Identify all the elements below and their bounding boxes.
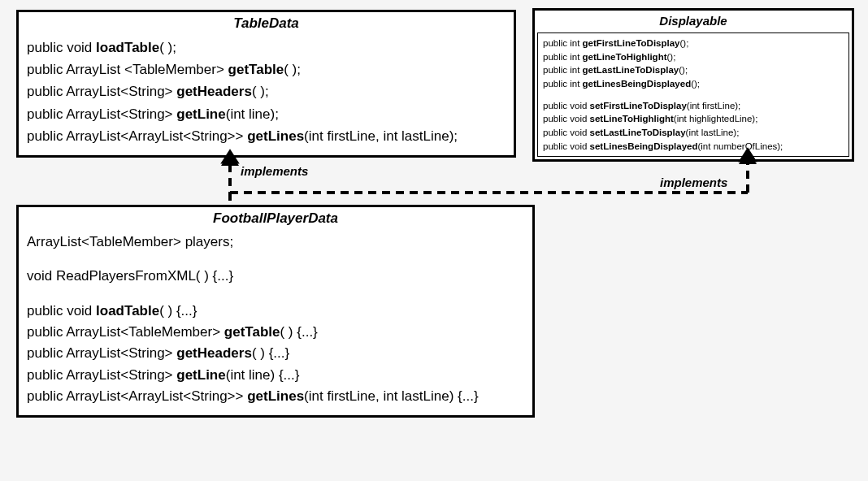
implements-label-left: implements bbox=[241, 164, 308, 178]
class-box-tabledata: TableData public void loadTable( ); publ… bbox=[16, 10, 516, 158]
football-method: public ArrayList<TableMember> getTable( … bbox=[27, 322, 524, 343]
tabledata-method: public ArrayList<ArrayList<String>> getL… bbox=[27, 125, 506, 147]
class-box-displayable: Displayable public int getFirstLineToDis… bbox=[532, 8, 854, 162]
football-method: public void loadTable( ) {...} bbox=[27, 301, 524, 322]
displayable-title: Displayable bbox=[535, 11, 852, 32]
implements-label-right: implements bbox=[660, 176, 727, 189]
displayable-method: public int getLastLineToDisplay(); bbox=[543, 63, 844, 77]
displayable-method: public int getLineToHighlight(); bbox=[543, 50, 844, 64]
class-box-footballplayerdata: FootballPlayerData ArrayList<TableMember… bbox=[16, 205, 535, 418]
displayable-method: public int getFirstLineToDisplay(); bbox=[543, 37, 844, 50]
football-field: ArrayList<TableMember> players; bbox=[27, 232, 524, 253]
football-method: public ArrayList<ArrayList<String>> getL… bbox=[27, 386, 524, 407]
football-method: public ArrayList<String> getLine(int lin… bbox=[27, 365, 524, 386]
tabledata-title: TableData bbox=[19, 12, 514, 37]
displayable-method: public void setFirstLineToDisplay(int fi… bbox=[543, 99, 844, 113]
tabledata-method: public ArrayList <TableMember> getTable(… bbox=[27, 58, 506, 80]
displayable-method: public int getLinesBeingDisplayed(); bbox=[543, 77, 844, 91]
football-body: ArrayList<TableMember> players; void Rea… bbox=[19, 232, 532, 415]
tabledata-body: public void loadTable( ); public ArrayLi… bbox=[19, 37, 514, 155]
football-readmethod: void ReadPlayersFromXML( ) {...} bbox=[27, 266, 524, 287]
displayable-method: public void setLastLineToDisplay(int las… bbox=[543, 126, 844, 140]
tabledata-method: public void loadTable( ); bbox=[27, 37, 506, 58]
football-title: FootballPlayerData bbox=[19, 207, 532, 232]
tabledata-method: public ArrayList<String> getLine(int lin… bbox=[27, 103, 506, 125]
tabledata-method: public ArrayList<String> getHeaders( ); bbox=[27, 80, 506, 102]
displayable-body: public int getFirstLineToDisplay(); publ… bbox=[537, 32, 849, 157]
displayable-method: public void setLineToHighlight(int highl… bbox=[543, 112, 844, 126]
displayable-method: public void setLinesBeingDisplayed(int n… bbox=[543, 140, 844, 154]
football-method: public ArrayList<String> getHeaders( ) {… bbox=[27, 343, 524, 364]
